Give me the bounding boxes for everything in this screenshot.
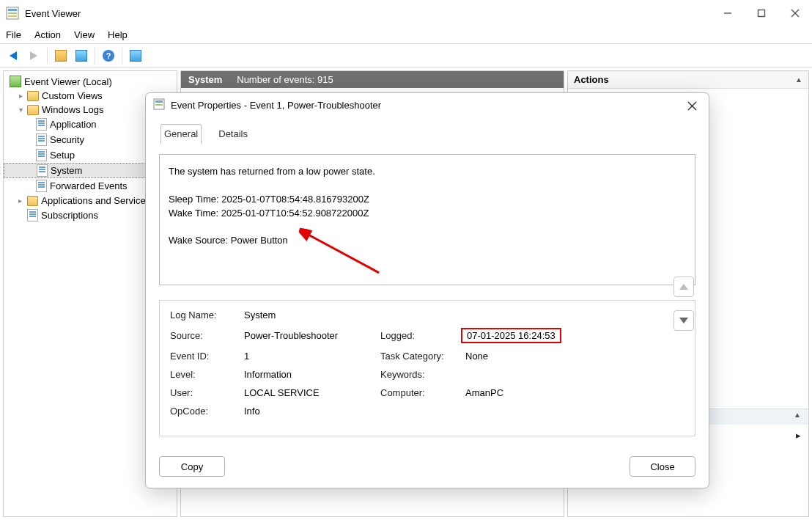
tree-label: Forwarded Events [50, 180, 128, 191]
label-keywords: Keywords: [380, 369, 461, 380]
tree-label: Setup [50, 150, 75, 161]
chevron-right-icon: ▸ [796, 430, 801, 441]
arrow-right-icon [30, 51, 37, 60]
menubar: File Action View Help [0, 26, 812, 44]
value-task-category: None [465, 351, 605, 362]
back-button[interactable] [4, 47, 22, 65]
label-opcode: OpCode: [170, 406, 240, 417]
folder-icon [27, 91, 39, 101]
arrow-left-icon [10, 51, 17, 60]
label-event-id: Event ID: [170, 351, 240, 362]
menu-view[interactable]: View [74, 29, 95, 40]
collapse-icon[interactable]: ▾ [17, 106, 24, 114]
toolbar-button-1[interactable] [52, 47, 70, 65]
folder-icon [27, 105, 39, 115]
label-level: Level: [170, 369, 240, 380]
log-icon [36, 180, 47, 192]
expand-icon[interactable]: ▸ [17, 197, 24, 205]
calendar-icon [75, 50, 87, 62]
value-log-name: System [244, 310, 376, 321]
menu-help[interactable]: Help [108, 29, 128, 40]
value-opcode: Info [244, 406, 376, 417]
toolbar: ? [0, 44, 812, 67]
label-source: Source: [170, 330, 240, 341]
close-button[interactable]: Close [630, 456, 695, 477]
center-header: System Number of events: 915 [181, 71, 564, 88]
log-icon [36, 133, 47, 146]
tree-label: Subscriptions [41, 210, 98, 221]
help-button[interactable]: ? [100, 47, 117, 65]
dialog-tabs: General Details [159, 124, 695, 144]
close-window-button[interactable] [778, 0, 812, 26]
dialog-title: Event Properties - Event 1, Power-Troubl… [171, 100, 381, 111]
minimize-button[interactable] [711, 0, 745, 26]
svg-rect-9 [155, 100, 163, 103]
tree-label: Custom Views [42, 90, 103, 101]
actions-header-label: Actions [574, 74, 609, 85]
log-icon [37, 164, 48, 177]
dialog-titlebar: Event Properties - Event 1, Power-Troubl… [146, 93, 709, 117]
log-icon [36, 118, 47, 131]
value-source: Power-Troubleshooter [244, 330, 376, 341]
titlebar: Event Viewer [0, 0, 812, 26]
event-properties-dialog: Event Properties - Event 1, Power-Troubl… [145, 92, 709, 488]
arrow-down-icon [679, 318, 688, 323]
value-computer: AmanPC [465, 387, 605, 398]
tree-root[interactable]: Event Viewer (Local) [4, 74, 177, 89]
svg-rect-5 [759, 10, 765, 17]
label-computer: Computer: [380, 387, 461, 398]
expand-icon[interactable]: ▸ [17, 92, 24, 100]
event-message: The system has returned from a low power… [159, 154, 695, 285]
prev-event-button[interactable] [673, 277, 694, 297]
tree-label: Security [50, 134, 84, 145]
collapse-icon[interactable]: ▲ [794, 411, 801, 423]
app-icon [6, 7, 19, 20]
tab-general[interactable]: General [160, 124, 202, 144]
svg-rect-1 [8, 9, 17, 11]
forward-button[interactable] [25, 47, 43, 65]
dialog-icon [153, 98, 165, 112]
subscriptions-icon [27, 209, 38, 221]
next-event-button[interactable] [673, 310, 694, 331]
actions-header: Actions ▲ [568, 71, 808, 89]
tree-label: Windows Logs [42, 104, 104, 115]
value-user: LOCAL SERVICE [244, 387, 376, 398]
svg-rect-2 [8, 12, 17, 14]
svg-rect-3 [8, 15, 17, 17]
help-icon: ? [103, 50, 114, 62]
tree-label: System [51, 165, 82, 176]
log-icon [36, 149, 47, 161]
menu-file[interactable]: File [6, 29, 21, 40]
tree-root-label: Event Viewer (Local) [24, 76, 112, 87]
eventviewer-icon [10, 76, 21, 87]
center-count-value: 915 [317, 74, 333, 85]
maximize-button[interactable] [745, 0, 778, 26]
arrow-up-icon [679, 284, 688, 290]
collapse-icon[interactable]: ▲ [795, 76, 802, 84]
copy-button[interactable]: Copy [159, 456, 225, 477]
value-logged: 07-01-2025 16:24:53 [461, 328, 561, 343]
tree-label: Application [50, 119, 97, 130]
toolbar-button-3[interactable] [127, 47, 144, 65]
value-level: Information [244, 369, 376, 380]
menu-action[interactable]: Action [34, 29, 61, 40]
value-event-id: 1 [244, 351, 376, 362]
window-title: Event Viewer [25, 8, 81, 19]
folder-icon [27, 196, 39, 206]
center-log-name: System [188, 74, 222, 85]
dialog-close-button[interactable] [681, 96, 703, 115]
label-task-category: Task Category: [380, 351, 461, 362]
folder-icon [55, 50, 67, 62]
svg-rect-10 [155, 104, 163, 106]
label-logged: Logged: [380, 330, 461, 341]
tab-details[interactable]: Details [215, 124, 251, 144]
toolbar-button-2[interactable] [73, 47, 90, 65]
label-user: User: [170, 387, 240, 398]
event-fields: Log Name: System Source: Power-Troublesh… [159, 300, 695, 436]
view-icon [130, 50, 141, 62]
label-log-name: Log Name: [170, 310, 240, 321]
center-count-label: Number of events: [237, 74, 314, 85]
